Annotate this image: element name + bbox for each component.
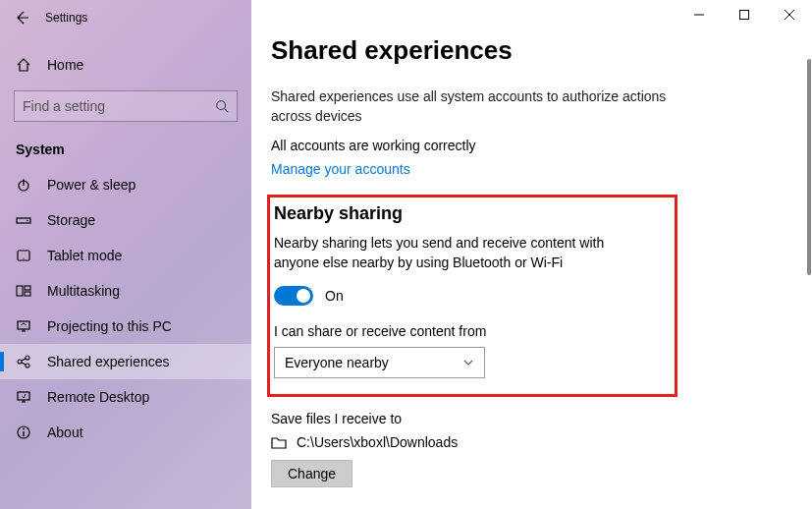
minimize-icon: [694, 10, 704, 20]
nav-label: Power & sleep: [47, 177, 135, 193]
svg-rect-10: [25, 292, 30, 296]
main-content: Shared experiences Shared experiences us…: [251, 0, 812, 509]
maximize-button[interactable]: [722, 0, 767, 29]
save-path: C:\Users\xboxl\Downloads: [297, 434, 458, 450]
nearby-sharing-title: Nearby sharing: [274, 203, 665, 224]
svg-point-5: [27, 220, 28, 222]
sidebar-header: Settings: [0, 0, 251, 35]
share-scope-label: I can share or receive content from: [274, 323, 665, 339]
sidebar-item-power-sleep[interactable]: Power & sleep: [0, 167, 251, 202]
app-title: Settings: [45, 11, 87, 25]
sidebar-item-tablet-mode[interactable]: Tablet mode: [0, 238, 251, 273]
tablet-icon: [16, 248, 31, 263]
power-icon: [16, 177, 31, 193]
maximize-icon: [739, 10, 749, 20]
shared-icon: [16, 354, 31, 369]
nav-label: Multitasking: [47, 283, 120, 299]
change-button[interactable]: Change: [271, 460, 352, 487]
titlebar: [677, 0, 812, 29]
projecting-icon: [16, 318, 31, 334]
nav-list: Power & sleep Storage Tablet mode Multit…: [0, 167, 251, 450]
svg-line-15: [22, 359, 26, 361]
save-location-section: Save files I receive to C:\Users\xboxl\D…: [271, 411, 812, 487]
close-icon: [785, 10, 794, 20]
share-scope-dropdown[interactable]: Everyone nearby: [274, 347, 485, 378]
info-icon: [16, 424, 31, 440]
save-location-label: Save files I receive to: [271, 411, 812, 426]
svg-rect-8: [17, 286, 23, 296]
svg-point-7: [23, 257, 24, 258]
home-label: Home: [47, 57, 83, 73]
close-button[interactable]: [767, 0, 812, 29]
nearby-toggle-row: On: [274, 286, 665, 306]
multitasking-icon: [16, 283, 31, 299]
nav-label: About: [47, 424, 83, 440]
sidebar-item-shared-experiences[interactable]: Shared experiences: [0, 344, 251, 379]
remote-desktop-icon: [16, 389, 31, 405]
home-icon: [16, 57, 31, 73]
toggle-label: On: [325, 288, 344, 304]
search-icon: [215, 99, 229, 113]
svg-line-16: [22, 363, 26, 365]
nav-label: Projecting to this PC: [47, 318, 172, 334]
svg-point-12: [18, 360, 22, 364]
svg-rect-11: [18, 321, 29, 329]
scrollbar[interactable]: [807, 59, 811, 499]
storage-icon: [16, 212, 31, 228]
page-description: Shared experiences use all system accoun…: [271, 87, 683, 126]
svg-line-1: [225, 109, 229, 113]
sidebar: Settings Home System Power & sleep: [0, 0, 251, 509]
back-arrow-icon: [14, 10, 29, 26]
chevron-down-icon: [462, 357, 474, 368]
sidebar-home[interactable]: Home: [0, 47, 251, 83]
save-path-row: C:\Users\xboxl\Downloads: [271, 434, 812, 450]
search-input[interactable]: [23, 98, 215, 114]
accounts-status: All accounts are working correctly: [271, 138, 812, 153]
sidebar-item-remote-desktop[interactable]: Remote Desktop: [0, 379, 251, 415]
svg-point-13: [26, 356, 29, 360]
svg-rect-22: [740, 11, 749, 20]
minimize-button[interactable]: [677, 0, 722, 29]
svg-point-20: [23, 428, 25, 430]
svg-point-14: [26, 364, 29, 368]
nav-label: Remote Desktop: [47, 389, 149, 405]
sidebar-item-projecting[interactable]: Projecting to this PC: [0, 309, 251, 344]
sidebar-item-storage[interactable]: Storage: [0, 202, 251, 238]
back-button[interactable]: [12, 8, 31, 28]
section-label: System: [0, 136, 251, 167]
nearby-sharing-toggle[interactable]: [274, 286, 313, 306]
folder-icon: [271, 434, 287, 450]
sidebar-item-multitasking[interactable]: Multitasking: [0, 273, 251, 309]
svg-rect-4: [17, 218, 30, 223]
page-title: Shared experiences: [271, 35, 812, 66]
nav-label: Storage: [47, 212, 95, 228]
sidebar-item-about[interactable]: About: [0, 415, 251, 450]
nav-label: Tablet mode: [47, 248, 122, 263]
svg-rect-9: [25, 286, 30, 290]
dropdown-value: Everyone nearby: [285, 355, 389, 370]
nearby-sharing-desc: Nearby sharing lets you send and receive…: [274, 234, 647, 272]
nearby-sharing-section: Nearby sharing Nearby sharing lets you s…: [267, 195, 677, 397]
nav-label: Shared experiences: [47, 354, 170, 369]
search-box[interactable]: [14, 90, 238, 122]
settings-window: Settings Home System Power & sleep: [0, 0, 812, 509]
scrollbar-thumb[interactable]: [807, 59, 811, 275]
svg-rect-17: [18, 392, 29, 400]
manage-accounts-link[interactable]: Manage your accounts: [271, 161, 410, 177]
svg-point-0: [217, 101, 226, 110]
